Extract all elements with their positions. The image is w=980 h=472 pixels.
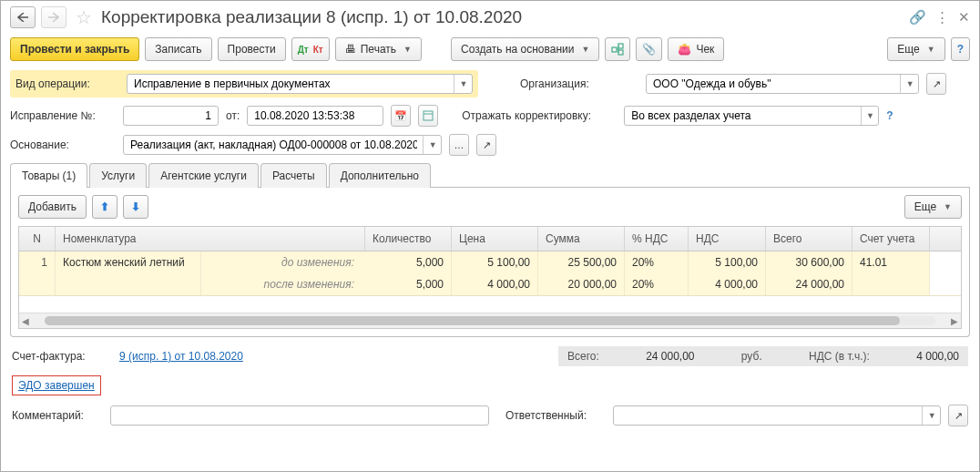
paperclip-icon: 📎 bbox=[642, 43, 656, 56]
move-up-button[interactable]: ⬆ bbox=[92, 195, 117, 219]
attachment-button[interactable]: 📎 bbox=[636, 37, 662, 61]
calendar-button[interactable]: 📅 bbox=[391, 105, 411, 127]
reflect-label: Отражать корректировку: bbox=[462, 109, 617, 122]
tab-services[interactable]: Услуги bbox=[89, 163, 147, 188]
date-extra-button[interactable] bbox=[418, 105, 438, 127]
tab-extra[interactable]: Дополнительно bbox=[329, 163, 431, 188]
basis-label: Основание: bbox=[10, 139, 116, 151]
correction-no-input[interactable] bbox=[128, 108, 213, 123]
cell-price-before: 5 100,00 bbox=[452, 251, 538, 273]
after-label: после изменения: bbox=[201, 273, 365, 295]
responsible-label: Ответственный: bbox=[505, 409, 606, 422]
nav-back-button[interactable] bbox=[10, 6, 36, 28]
related-docs-button[interactable] bbox=[605, 37, 630, 61]
cell-sum-after: 20 000,00 bbox=[538, 273, 625, 295]
basis-more-button[interactable]: … bbox=[449, 134, 469, 156]
basis-input[interactable] bbox=[128, 138, 419, 152]
org-label: Организация: bbox=[520, 77, 638, 90]
more-button[interactable]: Еще▼ bbox=[887, 37, 944, 61]
goods-grid: N Номенклатура Количество Цена Сумма % Н… bbox=[18, 226, 962, 329]
wallet-icon: 👛 bbox=[678, 43, 691, 56]
post-button[interactable]: Провести bbox=[218, 37, 286, 61]
svg-rect-3 bbox=[424, 111, 433, 120]
edo-status[interactable]: ЭДО завершен bbox=[12, 375, 101, 395]
before-label: до изменения: bbox=[201, 251, 365, 273]
op-type-input[interactable] bbox=[132, 77, 450, 91]
col-vatp[interactable]: % НДС bbox=[625, 227, 689, 251]
col-name[interactable]: Номенклатура bbox=[56, 227, 365, 251]
col-n[interactable]: N bbox=[19, 227, 56, 251]
totals-bar: Всего: 24 000,00 руб. НДС (в т.ч.): 4 00… bbox=[558, 346, 968, 366]
invoice-label: Счет-фактура: bbox=[12, 350, 112, 363]
calendar-icon: 📅 bbox=[394, 110, 407, 122]
nav-forward-button[interactable] bbox=[41, 6, 66, 28]
cell-qty-before: 5,000 bbox=[365, 251, 452, 273]
grid-more-button[interactable]: Еще▼ bbox=[904, 195, 962, 219]
tab-agent[interactable]: Агентские услуги bbox=[148, 163, 259, 188]
cell-acct-after bbox=[852, 273, 930, 295]
comment-input[interactable] bbox=[116, 408, 484, 423]
tab-calc[interactable]: Расчеты bbox=[260, 163, 327, 188]
responsible-field[interactable]: ▼ bbox=[613, 405, 941, 426]
close-icon[interactable]: ✕ bbox=[958, 9, 970, 26]
basis-dropdown-icon[interactable]: ▼ bbox=[423, 136, 439, 154]
invoice-link[interactable]: 9 (испр. 1) от 10.08.2020 bbox=[119, 350, 243, 363]
post-and-close-button[interactable]: Провести и закрыть bbox=[10, 37, 139, 61]
cell-n: 1 bbox=[19, 251, 56, 295]
reflect-input[interactable] bbox=[629, 108, 857, 123]
print-button[interactable]: 🖶Печать▼ bbox=[335, 37, 422, 61]
kebab-menu-icon[interactable]: ⋮ bbox=[935, 9, 949, 26]
org-dropdown-icon[interactable]: ▼ bbox=[900, 75, 916, 93]
correction-no-label: Исправление №: bbox=[10, 109, 116, 122]
dtkt-button[interactable]: ДтКт bbox=[291, 37, 330, 61]
cell-total-after: 24 000,00 bbox=[766, 273, 852, 295]
reflect-dropdown-icon[interactable]: ▼ bbox=[861, 107, 876, 125]
link-icon[interactable]: 🔗 bbox=[909, 9, 926, 26]
op-type-field[interactable]: ▼ bbox=[127, 74, 473, 94]
col-price[interactable]: Цена bbox=[452, 227, 538, 251]
favorite-star-icon[interactable]: ☆ bbox=[76, 6, 92, 28]
cell-vat-before: 5 100,00 bbox=[689, 251, 766, 273]
org-input[interactable] bbox=[651, 77, 896, 91]
check-button[interactable]: 👛Чек bbox=[668, 37, 724, 61]
col-qty[interactable]: Количество bbox=[365, 227, 452, 251]
cell-total-before: 30 600,00 bbox=[766, 251, 852, 273]
svg-rect-2 bbox=[618, 50, 623, 55]
add-row-button[interactable]: Добавить bbox=[18, 195, 87, 219]
svg-rect-1 bbox=[618, 44, 623, 48]
responsible-dropdown-icon[interactable]: ▼ bbox=[922, 406, 938, 425]
op-type-dropdown-icon[interactable]: ▼ bbox=[454, 75, 470, 93]
help-button[interactable]: ? bbox=[951, 37, 970, 61]
basis-open-button[interactable]: ↗ bbox=[476, 134, 496, 156]
op-type-label: Вид операции: bbox=[15, 77, 121, 90]
org-open-button[interactable]: ↗ bbox=[926, 73, 946, 95]
cell-vatp-after: 20% bbox=[625, 273, 689, 295]
comment-label: Комментарий: bbox=[12, 409, 103, 422]
tab-goods[interactable]: Товары (1) bbox=[10, 163, 87, 188]
date-input[interactable] bbox=[252, 108, 378, 123]
comment-field[interactable] bbox=[110, 405, 489, 426]
reflect-field[interactable]: ▼ bbox=[624, 106, 879, 126]
grid-scrollbar[interactable]: ◀ ▶ bbox=[19, 313, 961, 328]
responsible-open-button[interactable]: ↗ bbox=[948, 405, 968, 426]
move-down-button[interactable]: ⬇ bbox=[123, 195, 148, 219]
svg-rect-0 bbox=[612, 47, 617, 52]
table-row[interactable]: 1 Костюм женский летний до изменения: по… bbox=[19, 251, 961, 296]
correction-no-field[interactable] bbox=[123, 106, 219, 126]
responsible-input[interactable] bbox=[618, 408, 918, 423]
write-button[interactable]: Записать bbox=[145, 37, 211, 61]
date-from-label: от: bbox=[226, 109, 240, 122]
col-sum[interactable]: Сумма bbox=[538, 227, 625, 251]
printer-icon: 🖶 bbox=[345, 43, 356, 56]
reflect-help-icon[interactable]: ? bbox=[886, 109, 893, 122]
basis-field[interactable]: ▼ bbox=[123, 135, 442, 155]
col-acct[interactable]: Счет учета bbox=[852, 227, 930, 251]
org-field[interactable]: ▼ bbox=[646, 74, 919, 94]
cell-qty-after: 5,000 bbox=[365, 273, 452, 295]
col-vat[interactable]: НДС bbox=[689, 227, 766, 251]
window-title: Корректировка реализации 8 (испр. 1) от … bbox=[101, 7, 522, 27]
create-based-button[interactable]: Создать на основании▼ bbox=[451, 37, 599, 61]
date-field[interactable] bbox=[247, 106, 383, 126]
cell-acct-before: 41.01 bbox=[852, 251, 930, 273]
col-total[interactable]: Всего bbox=[766, 227, 852, 251]
